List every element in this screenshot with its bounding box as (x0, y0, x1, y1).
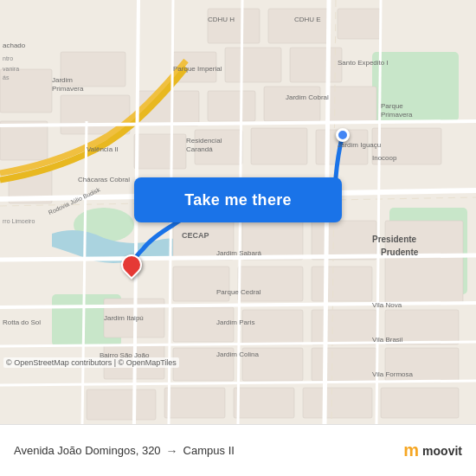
svg-rect-40 (312, 348, 376, 381)
svg-rect-31 (385, 221, 463, 303)
map-attribution: © OpenStreetMap contributors | © OpenMap… (3, 357, 179, 368)
svg-text:Jardim Colina: Jardim Colina (216, 351, 259, 358)
svg-text:Jardim Sabará: Jardim Sabará (216, 249, 262, 257)
svg-text:Jardim Itaipú: Jardim Itaipú (104, 314, 144, 322)
moovit-wordmark: moovit (422, 444, 462, 458)
svg-rect-28 (238, 267, 303, 301)
take-me-there-button[interactable]: Take me there (134, 177, 342, 222)
svg-text:Residencial: Residencial (186, 137, 222, 145)
svg-text:Valência II: Valência II (87, 145, 119, 153)
svg-text:Primavera: Primavera (52, 85, 84, 93)
route-to: Campus II (183, 444, 235, 457)
svg-rect-5 (208, 9, 260, 43)
svg-rect-46 (381, 388, 459, 418)
svg-rect-20 (134, 134, 186, 169)
svg-text:Inocoop: Inocoop (372, 154, 397, 162)
svg-rect-12 (264, 87, 320, 121)
svg-text:achado: achado (3, 42, 26, 49)
svg-rect-27 (173, 267, 229, 301)
svg-rect-42 (87, 389, 156, 420)
map-container: CDHU H CDHU E Santo Expedito I Parque Pr… (0, 0, 476, 424)
route-from: Avenida João Domingos, 320 (14, 444, 161, 457)
svg-text:Presidente: Presidente (372, 235, 417, 244)
svg-rect-13 (329, 87, 376, 121)
origin-marker (336, 128, 350, 142)
svg-text:Jardim Paris: Jardim Paris (216, 318, 254, 326)
svg-text:Chácaras Cobral: Chácaras Cobral (78, 176, 130, 183)
svg-text:rro Limoeiro: rro Limoeiro (3, 218, 35, 224)
svg-text:CDHU H: CDHU H (208, 16, 235, 23)
svg-rect-11 (208, 91, 255, 121)
svg-text:Prudente: Prudente (381, 248, 419, 257)
arrow-icon: → (166, 444, 178, 458)
svg-text:CDHU E: CDHU E (294, 16, 321, 23)
button-label: Take me there (184, 191, 292, 209)
svg-text:Parque: Parque (381, 102, 403, 110)
bottom-bar: Avenida João Domingos, 320 → Campus II m… (0, 424, 476, 476)
svg-rect-30 (312, 267, 372, 301)
svg-rect-35 (312, 310, 376, 344)
svg-text:Jardim Cobral: Jardim Cobral (286, 93, 329, 101)
svg-text:Jardim Iguaçu: Jardim Iguaçu (338, 141, 381, 149)
svg-text:Parque Imperial: Parque Imperial (173, 65, 222, 73)
svg-rect-10 (290, 48, 342, 82)
svg-text:Vila Nova: Vila Nova (372, 301, 402, 309)
svg-rect-34 (242, 310, 303, 344)
svg-rect-22 (251, 128, 307, 164)
svg-rect-45 (303, 388, 372, 418)
moovit-letter: m (403, 441, 419, 460)
svg-text:Primavera: Primavera (381, 111, 413, 119)
svg-text:ás: ás (3, 74, 10, 80)
svg-rect-7 (338, 9, 381, 39)
svg-text:CECAP: CECAP (182, 231, 209, 240)
svg-text:Parque Cedral: Parque Cedral (216, 288, 261, 296)
destination-marker (121, 254, 142, 275)
moovit-logo: m moovit (403, 441, 462, 460)
svg-rect-29 (312, 221, 376, 260)
svg-text:Vila Formosa: Vila Formosa (372, 370, 414, 378)
svg-rect-43 (164, 388, 225, 418)
svg-rect-9 (225, 48, 281, 82)
svg-text:Carandá: Carandá (186, 145, 213, 153)
svg-text:Rotta do Sol: Rotta do Sol (3, 318, 41, 326)
svg-rect-44 (234, 388, 294, 418)
svg-text:Vila Brasil: Vila Brasil (372, 336, 403, 344)
svg-text:Jardim: Jardim (52, 76, 73, 84)
svg-rect-6 (268, 9, 329, 43)
route-info: Avenida João Domingos, 320 → Campus II (14, 444, 403, 458)
svg-text:vanira: vanira (3, 66, 19, 72)
svg-text:Santo Expedito I: Santo Expedito I (338, 59, 389, 67)
svg-text:ntro: ntro (3, 55, 13, 61)
